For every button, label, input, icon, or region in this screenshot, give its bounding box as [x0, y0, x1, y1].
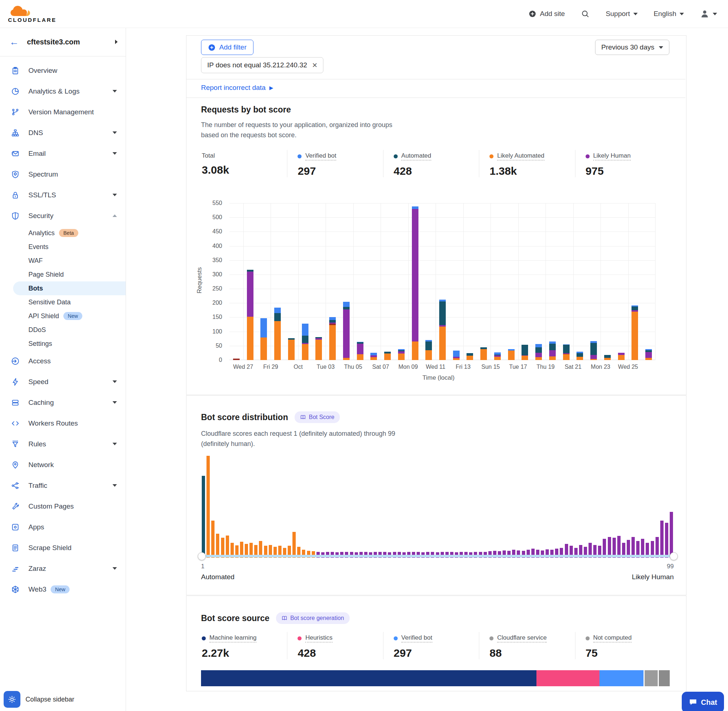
bot-score-badge[interactable]: Bot Score — [295, 412, 340, 423]
chevron-right-icon: ▶ — [269, 85, 273, 91]
chevron-down-icon — [112, 152, 117, 155]
histogram-bar — [211, 521, 214, 558]
funnel-icon — [11, 440, 20, 448]
sidebar-item-dns[interactable]: DNS — [0, 122, 126, 143]
sidebar-item-network[interactable]: Network — [0, 454, 126, 475]
zaraz-icon — [11, 564, 20, 573]
sidebar-item-email[interactable]: Email — [0, 143, 126, 164]
report-link-label: Report incorrect data — [201, 84, 266, 92]
stat-label[interactable]: Machine learning — [210, 634, 256, 643]
document-icon — [11, 544, 20, 552]
sidebar-item-bots[interactable]: Bots — [13, 282, 126, 295]
cloudflare-logo[interactable]: CLOUDFLARE — [8, 5, 56, 23]
sidebar-item-traffic[interactable]: Traffic — [0, 475, 126, 496]
sidebar-item-label: Custom Pages — [28, 502, 74, 510]
filter-chip[interactable]: IP does not equal 35.212.240.32 × — [201, 57, 323, 73]
sidebar-item-events[interactable]: Events — [0, 240, 126, 254]
sidebar-item-api-shield[interactable]: API ShieldNew — [0, 309, 126, 323]
chart-bar — [563, 344, 570, 360]
site-selector[interactable]: ← cftestsite3.com — [0, 28, 126, 56]
sidebar-item-label: Speed — [28, 378, 49, 386]
sidebar-item-spectrum[interactable]: Spectrum — [0, 164, 126, 184]
slider-handle-max[interactable] — [670, 552, 678, 560]
score-slider-track[interactable] — [201, 555, 674, 558]
sidebar-item-workers-routes[interactable]: Workers Routes — [0, 413, 126, 434]
close-icon[interactable]: × — [312, 61, 317, 69]
sidebar-item-custom-pages[interactable]: Custom Pages — [0, 496, 126, 516]
collapse-sidebar-button[interactable]: Collapse sidebar — [25, 696, 74, 704]
account-menu[interactable] — [700, 9, 717, 19]
chart-bar-segment — [467, 353, 473, 356]
add-filter-button[interactable]: Add filter — [201, 40, 254, 55]
stat-value: 3.08k — [202, 164, 287, 176]
stat-label[interactable]: Likely Automated — [497, 152, 544, 161]
histogram-bar — [660, 521, 663, 558]
report-incorrect-data-link[interactable]: Report incorrect data ▶ — [201, 84, 273, 92]
chevron-down-icon — [112, 131, 117, 134]
sidebar-item-web3[interactable]: Web3New — [0, 579, 126, 600]
chat-button[interactable]: Chat — [682, 692, 724, 711]
sidebar-item-analytics-logs[interactable]: Analytics & Logs — [0, 81, 126, 102]
sidebar-item-waf[interactable]: WAF — [0, 254, 126, 268]
stat-label[interactable]: Verified bot — [401, 634, 432, 643]
stat-header: Heuristics — [298, 634, 383, 643]
stat-label[interactable]: Heuristics — [305, 634, 332, 643]
chart-bar-segment — [618, 355, 625, 360]
sidebar-item-sensitive-data[interactable]: Sensitive Data — [0, 295, 126, 309]
y-tick-label: 400 — [196, 243, 222, 249]
histogram-bar — [207, 456, 210, 558]
gridline — [518, 203, 518, 360]
bot-score-generation-badge[interactable]: Bot score generation — [276, 612, 350, 624]
y-tick-label: 50 — [196, 342, 222, 349]
sidebar-item-apps[interactable]: Apps — [0, 516, 126, 537]
header-controls: Add site Support English — [529, 9, 717, 19]
support-menu[interactable]: Support — [605, 10, 638, 18]
y-tick-label: 500 — [196, 214, 222, 221]
chart-bar-segment — [302, 324, 309, 336]
slider-handle-min[interactable] — [198, 552, 206, 560]
chart-bar — [288, 338, 295, 360]
sidebar-item-ddos[interactable]: DDoS — [0, 323, 126, 337]
histogram-bar — [665, 523, 668, 558]
stat-label[interactable]: Likely Human — [593, 152, 631, 161]
sidebar-item-analytics[interactable]: AnalyticsBeta — [0, 226, 126, 240]
settings-gear-button[interactable] — [4, 691, 21, 708]
chart-bar-segment — [260, 318, 267, 338]
back-arrow-icon[interactable]: ← — [9, 36, 19, 48]
gridline — [229, 289, 656, 289]
stat-label[interactable]: Verified bot — [305, 152, 336, 161]
sidebar-item-zaraz[interactable]: Zaraz — [0, 558, 126, 579]
search-button[interactable] — [581, 9, 590, 18]
stat-header: Likely Automated — [489, 152, 575, 161]
stat-label[interactable]: Not computed — [593, 634, 632, 643]
sidebar-item-page-shield[interactable]: Page Shield — [0, 268, 126, 282]
stat-machine-learning: Machine learning2.27k — [201, 632, 287, 659]
sidebar-item-scrape-shield[interactable]: Scrape Shield — [0, 537, 126, 558]
sidebar-item-label: Analytics — [28, 229, 55, 237]
source-stats-row: Machine learning2.27kHeuristics428Verifi… — [201, 632, 671, 659]
time-range-dropdown[interactable]: Previous 30 days — [595, 40, 669, 55]
sidebar-item-version-management[interactable]: Version Management — [0, 102, 126, 122]
lock-icon — [11, 191, 20, 199]
stat-label[interactable]: Automated — [401, 152, 431, 161]
sidebar-item-overview[interactable]: Overview — [0, 60, 126, 81]
chart-bar-segment — [521, 345, 528, 356]
chart-bar-segment — [384, 354, 391, 360]
language-menu[interactable]: English — [654, 10, 684, 18]
stat-label[interactable]: Cloudflare service — [497, 634, 546, 643]
sidebar-item-settings[interactable]: Settings — [0, 337, 126, 351]
chart-bar — [494, 353, 501, 360]
chart-bar-segment — [260, 338, 267, 360]
gridline — [546, 203, 546, 360]
histogram-bar — [617, 536, 620, 558]
sidebar-item-rules[interactable]: Rules — [0, 434, 126, 454]
chart-bar-segment — [274, 308, 281, 313]
sidebar-item-speed[interactable]: Speed — [0, 371, 126, 392]
sidebar-item-ssl-tls[interactable]: SSL/TLS — [0, 184, 126, 205]
add-site-button[interactable]: Add site — [529, 10, 565, 18]
sidebar-item-caching[interactable]: Caching — [0, 392, 126, 413]
y-tick-label: 350 — [196, 257, 222, 264]
sidebar-item-access[interactable]: Access — [0, 351, 126, 371]
chart-bar-segment — [535, 357, 542, 360]
sidebar-item-security[interactable]: Security — [0, 205, 126, 226]
